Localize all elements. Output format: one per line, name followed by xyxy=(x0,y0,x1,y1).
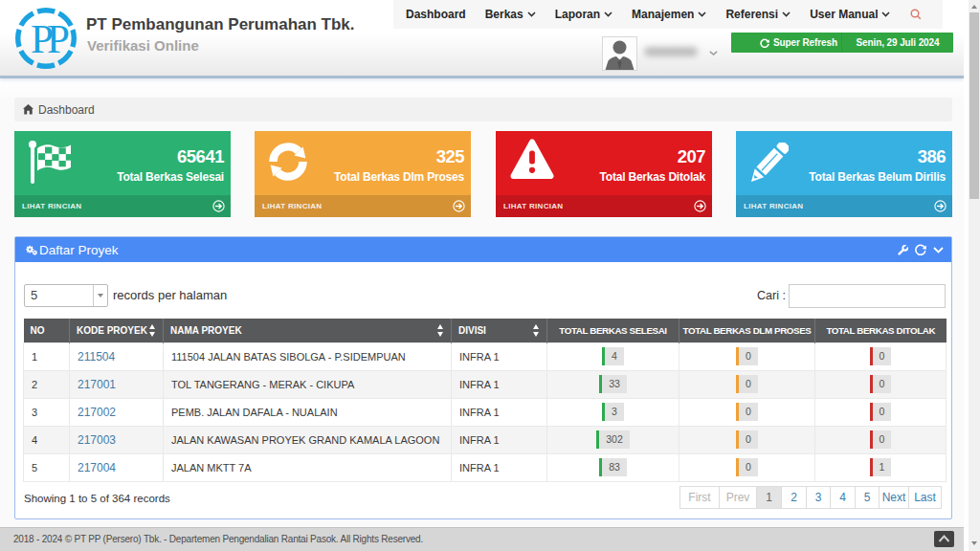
svg-text:PP: PP xyxy=(31,16,69,61)
